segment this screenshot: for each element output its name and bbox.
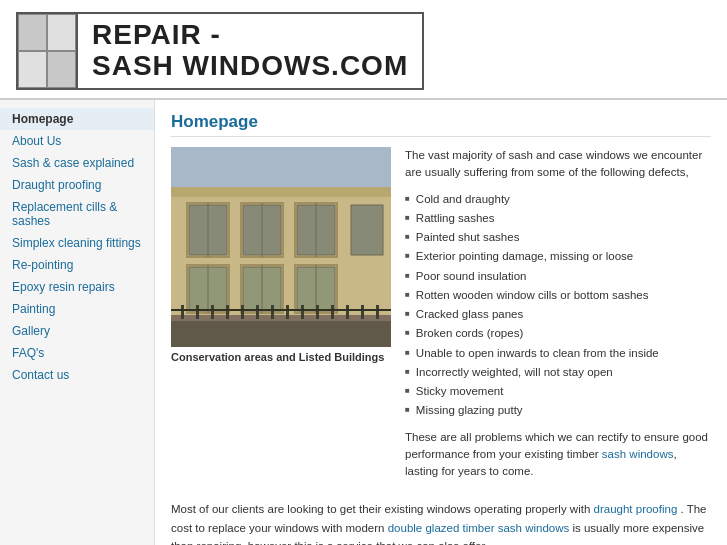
page-title: Homepage (171, 112, 711, 137)
bottom-text: Most of our clients are looking to get t… (171, 500, 711, 545)
logo-pane-2 (47, 14, 76, 51)
content-body: Conservation areas and Listed Buildings … (171, 147, 711, 488)
sidebar-item-faq[interactable]: FAQ's (0, 342, 154, 364)
svg-rect-32 (301, 305, 304, 319)
list-item: Rattling sashes (405, 209, 711, 228)
sidebar-item-simplex[interactable]: Simplex cleaning fittings (0, 232, 154, 254)
building-image-container: Conservation areas and Listed Buildings (171, 147, 391, 488)
sidebar: Homepage About Us Sash & case explained … (0, 100, 155, 545)
building-image (171, 147, 391, 347)
svg-rect-37 (376, 305, 379, 319)
sidebar-item-epoxy[interactable]: Epoxy resin repairs (0, 276, 154, 298)
svg-rect-24 (181, 305, 184, 319)
list-item: Rotten wooden window cills or bottom sas… (405, 286, 711, 305)
svg-rect-25 (196, 305, 199, 319)
defects-list: Cold and draughty Rattling sashes Painte… (405, 190, 711, 421)
svg-rect-34 (331, 305, 334, 319)
svg-rect-30 (271, 305, 274, 319)
svg-rect-2 (171, 187, 391, 197)
sidebar-item-repointing[interactable]: Re-pointing (0, 254, 154, 276)
main-layout: Homepage About Us Sash & case explained … (0, 100, 727, 545)
image-caption: Conservation areas and Listed Buildings (171, 351, 391, 363)
svg-rect-36 (361, 305, 364, 319)
list-item: Cracked glass panes (405, 305, 711, 324)
sidebar-item-draught[interactable]: Draught proofing (0, 174, 154, 196)
draught-proofing-link[interactable]: draught proofing (594, 503, 678, 515)
list-item: Sticky movement (405, 382, 711, 401)
sidebar-item-sash-case[interactable]: Sash & case explained (0, 152, 154, 174)
svg-rect-31 (286, 305, 289, 319)
sidebar-item-homepage[interactable]: Homepage (0, 108, 154, 130)
content-area: Homepage (155, 100, 727, 545)
logo-pane-3 (18, 51, 47, 88)
logo-box: REPAIR - SASH WINDOWS.COM (16, 12, 424, 90)
sidebar-item-about[interactable]: About Us (0, 130, 154, 152)
svg-rect-26 (211, 305, 214, 319)
logo-text: REPAIR - SASH WINDOWS.COM (78, 14, 422, 88)
svg-rect-22 (171, 319, 391, 347)
svg-rect-33 (316, 305, 319, 319)
list-item: Exterior pointing damage, missing or loo… (405, 247, 711, 266)
list-item: Cold and draughty (405, 190, 711, 209)
sidebar-item-contact[interactable]: Contact us (0, 364, 154, 386)
header: REPAIR - SASH WINDOWS.COM (0, 0, 727, 100)
list-item: Incorrectly weighted, will not stay open (405, 363, 711, 382)
list-item: Unable to open inwards to clean from the… (405, 344, 711, 363)
sidebar-item-replacement[interactable]: Replacement cills & sashes (0, 196, 154, 232)
list-item: Painted shut sashes (405, 228, 711, 247)
building-svg (171, 147, 391, 347)
logo-pane-1 (18, 14, 47, 51)
svg-rect-12 (351, 205, 383, 255)
svg-rect-35 (346, 305, 349, 319)
outro-text: These are all problems which we can rect… (405, 429, 711, 481)
svg-rect-28 (241, 305, 244, 319)
content-text: The vast majority of sash and case windo… (405, 147, 711, 488)
logo-pane-4 (47, 51, 76, 88)
bottom-paragraph: Most of our clients are looking to get t… (171, 500, 711, 545)
list-item: Missing glazing putty (405, 401, 711, 420)
sidebar-item-gallery[interactable]: Gallery (0, 320, 154, 342)
list-item: Broken cords (ropes) (405, 324, 711, 343)
logo-icon (18, 14, 78, 88)
logo-title: REPAIR - SASH WINDOWS.COM (92, 20, 408, 82)
list-item: Poor sound insulation (405, 267, 711, 286)
svg-rect-23 (171, 315, 391, 321)
svg-rect-27 (226, 305, 229, 319)
svg-rect-29 (256, 305, 259, 319)
sash-windows-link[interactable]: sash windows (602, 448, 674, 460)
svg-rect-0 (171, 147, 391, 187)
double-glazed-link[interactable]: double glazed timber sash windows (388, 522, 570, 534)
intro-text: The vast majority of sash and case windo… (405, 147, 711, 182)
sidebar-item-painting[interactable]: Painting (0, 298, 154, 320)
